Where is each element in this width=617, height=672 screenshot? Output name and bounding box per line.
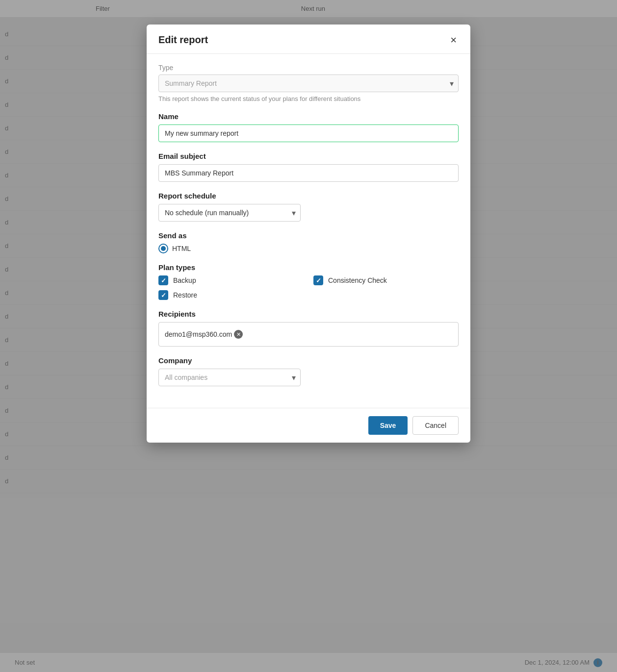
- restore-label: Restore: [173, 291, 197, 299]
- save-button[interactable]: Save: [368, 416, 408, 435]
- consistency-label: Consistency Check: [328, 276, 387, 284]
- company-select-wrapper: All companies ▾: [158, 369, 301, 386]
- html-radio-label: HTML: [172, 245, 191, 252]
- radio-inner: [161, 246, 166, 251]
- type-label: Type: [158, 64, 459, 72]
- backup-checkbox[interactable]: ✓: [158, 275, 168, 285]
- checkmark-icon: ✓: [161, 277, 166, 284]
- email-subject-input[interactable]: [158, 164, 459, 182]
- html-radio[interactable]: [158, 244, 168, 253]
- send-as-section: Send as HTML: [158, 231, 459, 253]
- name-section: Name: [158, 112, 459, 142]
- name-input[interactable]: [158, 124, 459, 142]
- modal-title: Edit report: [158, 34, 208, 46]
- cancel-button[interactable]: Cancel: [412, 416, 459, 435]
- email-subject-section: Email subject: [158, 152, 459, 182]
- recipient-tag: demo1@msp360.com ✕: [165, 330, 243, 339]
- plan-types-label: Plan types: [158, 263, 459, 272]
- schedule-select[interactable]: No schedule (run manually): [158, 204, 301, 222]
- recipients-section: Recipients demo1@msp360.com ✕: [158, 310, 459, 347]
- modal-footer: Save Cancel: [147, 408, 470, 443]
- type-section: Type Summary Report ▾ This report shows …: [158, 64, 459, 102]
- recipients-box[interactable]: demo1@msp360.com ✕: [158, 322, 459, 347]
- send-as-label: Send as: [158, 231, 459, 240]
- type-select-wrapper: Summary Report ▾: [158, 75, 459, 92]
- company-select[interactable]: All companies: [158, 369, 301, 386]
- consistency-checkbox[interactable]: ✓: [313, 275, 323, 285]
- modal-header: Edit report ×: [147, 25, 470, 54]
- html-radio-group: HTML: [158, 244, 459, 253]
- backup-checkbox-item[interactable]: ✓ Backup: [158, 275, 304, 285]
- modal-overlay: Edit report × Type Summary Report ▾ This…: [0, 0, 617, 672]
- plan-types-section: Plan types ✓ Backup ✓ Consistency Check: [158, 263, 459, 300]
- company-label: Company: [158, 356, 459, 365]
- close-button[interactable]: ×: [448, 35, 459, 46]
- schedule-label: Report schedule: [158, 192, 459, 200]
- recipient-remove-button[interactable]: ✕: [234, 330, 243, 339]
- modal-body: Type Summary Report ▾ This report shows …: [147, 54, 470, 408]
- plan-types-grid: ✓ Backup ✓ Consistency Check ✓: [158, 275, 459, 300]
- type-select[interactable]: Summary Report: [158, 75, 459, 92]
- backup-label: Backup: [173, 276, 196, 284]
- email-subject-label: Email subject: [158, 152, 459, 160]
- recipient-email: demo1@msp360.com: [165, 330, 232, 338]
- recipients-label: Recipients: [158, 310, 459, 318]
- company-section: Company All companies ▾: [158, 356, 459, 386]
- type-description: This report shows the current status of …: [158, 95, 459, 102]
- schedule-section: Report schedule No schedule (run manuall…: [158, 192, 459, 222]
- schedule-select-wrapper: No schedule (run manually) ▾: [158, 204, 301, 222]
- checkmark-icon: ✓: [316, 277, 321, 284]
- name-label: Name: [158, 112, 459, 121]
- restore-checkbox[interactable]: ✓: [158, 290, 168, 300]
- edit-report-modal: Edit report × Type Summary Report ▾ This…: [147, 25, 470, 443]
- restore-checkbox-item[interactable]: ✓ Restore: [158, 290, 304, 300]
- consistency-checkbox-item[interactable]: ✓ Consistency Check: [313, 275, 459, 285]
- checkmark-icon: ✓: [161, 292, 166, 299]
